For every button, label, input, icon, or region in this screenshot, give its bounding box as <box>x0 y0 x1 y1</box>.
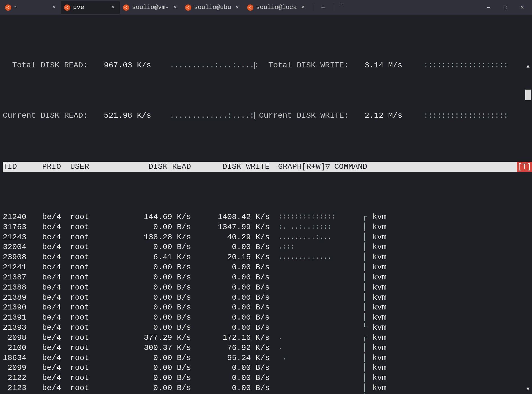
process-row[interactable]: 21390be/4root0.00 B/s0.00 B/s│kvm <box>3 302 532 313</box>
scroll-up-arrow-icon[interactable]: ▲ <box>525 63 531 69</box>
cell-write: 0.00 B/s <box>193 242 271 252</box>
cell-write: 76.92 K/s <box>193 343 271 353</box>
process-row[interactable]: 18634be/4root0.00 B/s95.24 K/s .│kvm <box>3 353 532 363</box>
tab-strip: ~✕pve✕soulio@vm-✕soulio@ubu✕soulio@loca✕ <box>2 1 310 14</box>
col-prio[interactable]: PRIO <box>42 162 70 172</box>
cell-read: 0.00 B/s <box>107 313 193 323</box>
cell-tid: 23908 <box>3 252 42 262</box>
tab-close-button[interactable]: ✕ <box>300 4 306 11</box>
ubuntu-logo-icon <box>247 4 253 11</box>
cell-tid: 2098 <box>3 333 42 343</box>
process-row[interactable]: 2100be/4root300.37 K/s76.92 K/s.│kvm <box>3 343 532 353</box>
col-graph[interactable]: GRAPH[R+W]▽ <box>278 162 334 172</box>
cell-user: root <box>70 272 107 283</box>
scrollbar[interactable]: ▲ ▼ <box>525 43 531 392</box>
cell-read: 6.41 K/s <box>107 252 193 262</box>
cell-tid: 2100 <box>3 343 42 353</box>
tree-branch-icon: ┌ <box>362 212 372 222</box>
svg-point-4 <box>67 6 69 7</box>
cell-user: root <box>70 333 107 343</box>
minimize-button[interactable]: — <box>485 4 492 11</box>
column-header-row[interactable]: TID PRIO USER DISK READ DISK WRITE GRAPH… <box>3 162 532 172</box>
cell-prio: be/4 <box>42 373 70 383</box>
process-row[interactable]: 2098be/4root377.29 K/s172.16 K/s.┌kvm <box>3 333 532 343</box>
process-row[interactable]: 21387be/4root0.00 B/s0.00 B/s│kvm <box>3 272 532 283</box>
cell-user: root <box>70 373 107 383</box>
process-row[interactable]: 23908be/4root6.41 K/s20.15 K/s..........… <box>3 252 532 262</box>
tabbar-ops: ＋ ˅ <box>310 3 348 13</box>
cell-tid: 32004 <box>3 242 42 252</box>
cell-graph <box>278 373 362 383</box>
tab[interactable]: ~✕ <box>2 1 61 14</box>
cell-read: 0.00 B/s <box>107 373 193 383</box>
svg-point-0 <box>6 7 8 8</box>
cell-tid: 2123 <box>3 383 42 393</box>
current-write-graph: ::::::::::::::::::: <box>424 111 532 121</box>
process-row[interactable]: 31763be/4root0.00 B/s1347.99 K/s:. ..:..… <box>3 222 532 232</box>
cell-read: 0.00 B/s <box>107 353 193 363</box>
total-write-label: Total DISK WRITE: <box>259 60 365 70</box>
cell-tid: 21243 <box>3 232 42 242</box>
cell-write: 0.00 B/s <box>193 373 271 383</box>
tree-branch-icon: └ <box>362 323 372 333</box>
process-row[interactable]: 21243be/4root138.28 K/s40.29 K/s........… <box>3 232 532 242</box>
cell-prio: be/4 <box>42 343 70 353</box>
cell-write: 1408.42 K/s <box>193 212 271 222</box>
process-row[interactable]: 21240be/4root144.69 K/s1408.42 K/s::::::… <box>3 212 532 222</box>
new-tab-button[interactable]: ＋ <box>317 3 329 13</box>
process-row[interactable]: 2099be/4root0.00 B/s0.00 B/s│kvm <box>3 363 532 373</box>
cell-write: 95.24 K/s <box>193 353 271 363</box>
cell-tid: 2099 <box>3 363 42 373</box>
cell-graph: ............. <box>278 252 362 262</box>
tab-close-button[interactable]: ✕ <box>234 4 240 11</box>
process-row[interactable]: 21389be/4root0.00 B/s0.00 B/s│kvm <box>3 293 532 303</box>
cell-tid: 21388 <box>3 283 42 293</box>
tree-branch-icon: │ <box>362 262 372 272</box>
process-row[interactable]: 2122be/4root0.00 B/s0.00 B/s│kvm <box>3 373 532 383</box>
tab-dropdown-button[interactable]: ˅ <box>337 3 346 13</box>
ubuntu-logo-icon <box>5 4 11 11</box>
cell-user: root <box>70 252 107 262</box>
tab[interactable]: pve✕ <box>61 1 120 14</box>
scroll-thumb[interactable] <box>525 90 531 100</box>
scroll-down-arrow-icon[interactable]: ▼ <box>525 386 531 392</box>
process-row[interactable]: 21393be/4root0.00 B/s0.00 B/s└kvm <box>3 323 532 333</box>
process-row[interactable]: 21388be/4root0.00 B/s0.00 B/s│kvm <box>3 283 532 293</box>
svg-point-10 <box>188 6 189 7</box>
tab[interactable]: soulio@loca✕ <box>244 1 310 14</box>
terminal-viewport[interactable]: Total DISK READ: 967.03 K/s ..........:.… <box>0 15 532 394</box>
col-tid[interactable]: TID <box>3 162 42 172</box>
cell-graph: .........:... <box>278 232 362 242</box>
cell-read: 0.00 B/s <box>107 222 193 232</box>
cell-command: kvm <box>372 222 532 232</box>
cell-write: 0.00 B/s <box>193 302 271 313</box>
tab-separator <box>313 4 313 11</box>
tree-branch-icon: │ <box>362 343 372 353</box>
tab[interactable]: soulio@ubu✕ <box>182 1 244 14</box>
current-read-value: 521.98 K/s <box>104 111 170 121</box>
tab-close-button[interactable]: ✕ <box>172 4 178 11</box>
cell-read: 300.37 K/s <box>107 343 193 353</box>
col-command[interactable]: COMMAND <box>334 162 517 172</box>
svg-point-11 <box>188 8 189 9</box>
cell-prio: be/4 <box>42 363 70 373</box>
summary-row-total: Total DISK READ: 967.03 K/s ..........:.… <box>3 60 532 70</box>
tab-close-button[interactable]: ✕ <box>51 4 57 11</box>
maximize-button[interactable]: ▢ <box>502 4 509 11</box>
tab[interactable]: soulio@vm-✕ <box>120 1 182 14</box>
cell-write: 0.00 B/s <box>193 383 271 393</box>
cell-graph: . <box>278 353 362 363</box>
col-read[interactable]: DISK READ <box>107 162 193 172</box>
tree-branch-icon: │ <box>362 373 372 383</box>
col-write[interactable]: DISK WRITE <box>193 162 271 172</box>
tab-close-button[interactable]: ✕ <box>110 4 116 11</box>
process-row[interactable]: 21391be/4root0.00 B/s0.00 B/s│kvm <box>3 313 532 323</box>
process-row[interactable]: 32004be/4root0.00 B/s0.00 B/s.:::│kvm <box>3 242 532 252</box>
close-window-button[interactable]: ✕ <box>519 4 526 11</box>
cell-command: kvm <box>372 212 532 222</box>
cell-graph: :. ..:..::::: <box>278 222 362 232</box>
cell-graph: . <box>278 343 362 353</box>
process-row[interactable]: 21241be/4root0.00 B/s0.00 B/s│kvm <box>3 262 532 272</box>
process-row[interactable]: 2123be/4root0.00 B/s0.00 B/s│kvm <box>3 383 532 393</box>
col-user[interactable]: USER <box>70 162 107 172</box>
